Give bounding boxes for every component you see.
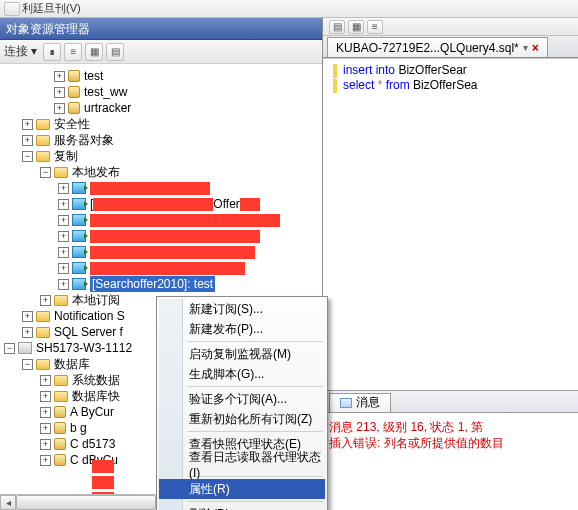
expand-icon[interactable]: + — [40, 407, 51, 418]
toolbar-icon[interactable]: ▤ — [329, 20, 345, 34]
tree-label[interactable]: 数据库 — [54, 356, 90, 372]
redacted-label[interactable] — [90, 262, 245, 275]
expand-icon[interactable]: + — [40, 295, 51, 306]
tree-label[interactable]: 服务器对象 — [54, 132, 114, 148]
redacted-label[interactable] — [90, 230, 260, 243]
tree-label[interactable]: 系统数据 — [72, 372, 120, 388]
collapse-icon[interactable]: − — [22, 359, 33, 370]
editor-toolbar: ▤ ▦ ≡ — [323, 18, 578, 36]
tree-label[interactable]: 本地发布 — [72, 164, 120, 180]
tree-label[interactable]: [Offer — [90, 196, 260, 212]
tree-label[interactable]: 数据库快 — [72, 388, 120, 404]
publication-icon — [72, 230, 86, 242]
folder-icon — [54, 375, 68, 386]
sql-editor[interactable]: insert into BizOfferSear select * from B… — [323, 58, 578, 390]
folder-icon — [54, 167, 68, 178]
tab-query[interactable]: KUBAO-72719E2...QLQuery4.sql* ▾ × — [327, 37, 548, 57]
database-icon — [54, 454, 66, 466]
toolbar-icon[interactable]: ≡ — [367, 20, 383, 34]
tree-label[interactable]: test — [84, 68, 103, 84]
expand-icon[interactable]: + — [54, 103, 65, 114]
expand-icon[interactable]: + — [22, 119, 33, 130]
toolbar-icon[interactable]: ▤ — [106, 43, 124, 61]
expand-icon[interactable]: + — [58, 279, 69, 290]
expand-icon[interactable]: + — [58, 247, 69, 258]
expand-icon[interactable]: + — [40, 391, 51, 402]
collapse-icon[interactable]: − — [40, 167, 51, 178]
folder-icon — [36, 311, 50, 322]
expand-icon[interactable]: + — [58, 215, 69, 226]
folder-icon — [36, 359, 50, 370]
folder-icon — [36, 135, 50, 146]
folder-icon — [54, 391, 68, 402]
expand-icon[interactable]: + — [58, 183, 69, 194]
connection-toolbar: 连接 ▾ ∎ ≡ ▦ ▤ — [0, 40, 322, 64]
tree-label[interactable]: 复制 — [54, 148, 78, 164]
collapse-icon[interactable]: − — [22, 151, 33, 162]
publication-icon — [72, 214, 86, 226]
toolbar-icon[interactable]: ▦ — [85, 43, 103, 61]
tree-label[interactable]: 本地订阅 — [72, 292, 120, 308]
tab-label: 消息 — [356, 394, 380, 411]
menu-generate-scripts[interactable]: 生成脚本(G)... — [159, 364, 325, 384]
publication-icon — [72, 246, 86, 258]
server-icon — [18, 342, 32, 354]
database-icon — [54, 422, 66, 434]
expand-icon[interactable]: + — [22, 327, 33, 338]
expand-icon[interactable]: + — [54, 87, 65, 98]
tab-messages[interactable]: 消息 — [329, 393, 391, 412]
selected-publication[interactable]: + [Searchoffer2010]: test — [0, 276, 322, 292]
expand-icon[interactable]: + — [40, 455, 51, 466]
expand-icon[interactable]: + — [58, 263, 69, 274]
menu-view-logreader-agent[interactable]: 查看日志读取器代理状态(I) — [159, 454, 325, 474]
toolbar-icon[interactable]: ≡ — [64, 43, 82, 61]
tree-label[interactable]: Notification S — [54, 308, 125, 324]
redacted-label[interactable] — [90, 182, 210, 195]
scroll-left-icon[interactable]: ◂ — [0, 495, 16, 510]
context-menu: 新建订阅(S)... 新建发布(P)... 启动复制监视器(M) 生成脚本(G)… — [156, 296, 328, 510]
connect-dropdown[interactable]: 连接 ▾ — [4, 43, 37, 60]
redacted-label[interactable] — [90, 246, 255, 259]
close-icon[interactable]: × — [532, 41, 539, 55]
tree-label[interactable]: urtracker — [84, 100, 131, 116]
tree-label[interactable]: test_ww — [84, 84, 127, 100]
tree-label[interactable]: A ByCur — [70, 404, 114, 420]
tree-label[interactable]: 安全性 — [54, 116, 90, 132]
menu-reinitialize-subscriptions[interactable]: 重新初始化所有订阅(Z) — [159, 409, 325, 429]
tree-label[interactable]: C d5173 — [70, 436, 115, 452]
expand-icon[interactable]: + — [40, 439, 51, 450]
tree-label[interactable]: b g — [70, 420, 87, 436]
expand-icon[interactable]: + — [58, 199, 69, 210]
tab-label: KUBAO-72719E2...QLQuery4.sql* — [336, 41, 519, 55]
expand-icon[interactable]: + — [22, 135, 33, 146]
redacted-label[interactable] — [90, 214, 280, 227]
menu-new-publication[interactable]: 新建发布(P)... — [159, 319, 325, 339]
folder-icon — [36, 151, 50, 162]
menu-properties[interactable]: 属性(R) — [159, 479, 325, 499]
chevron-down-icon[interactable]: ▾ — [523, 42, 528, 53]
menu-validate-subscriptions[interactable]: 验证多个订阅(A)... — [159, 389, 325, 409]
menu-launch-replication-monitor[interactable]: 启动复制监视器(M) — [159, 344, 325, 364]
menu-new-subscription[interactable]: 新建订阅(S)... — [159, 299, 325, 319]
database-icon — [68, 70, 80, 82]
database-icon — [68, 102, 80, 114]
folder-icon — [36, 119, 50, 130]
menu-delete[interactable]: 删除(D) — [159, 504, 325, 510]
tree-label[interactable]: SH5173-W3-1112 — [36, 340, 132, 356]
toolbar-button[interactable] — [4, 2, 20, 16]
publication-icon — [72, 182, 86, 194]
database-icon — [54, 406, 66, 418]
toolbar-icon[interactable]: ∎ — [43, 43, 61, 61]
expand-icon[interactable]: + — [54, 71, 65, 82]
scroll-thumb[interactable] — [16, 495, 156, 510]
collapse-icon[interactable]: − — [4, 343, 15, 354]
expand-icon[interactable]: + — [40, 423, 51, 434]
expand-icon[interactable]: + — [40, 375, 51, 386]
messages-pane[interactable]: 消息 213, 级别 16, 状态 1, 第 插入错误: 列名或所提供值的数目 — [323, 412, 578, 511]
toolbar-fragment: 利廷旦刊(V) — [22, 1, 81, 16]
tree-label[interactable]: SQL Server f — [54, 324, 123, 340]
folder-icon — [36, 327, 50, 338]
expand-icon[interactable]: + — [58, 231, 69, 242]
expand-icon[interactable]: + — [22, 311, 33, 322]
toolbar-icon[interactable]: ▦ — [348, 20, 364, 34]
